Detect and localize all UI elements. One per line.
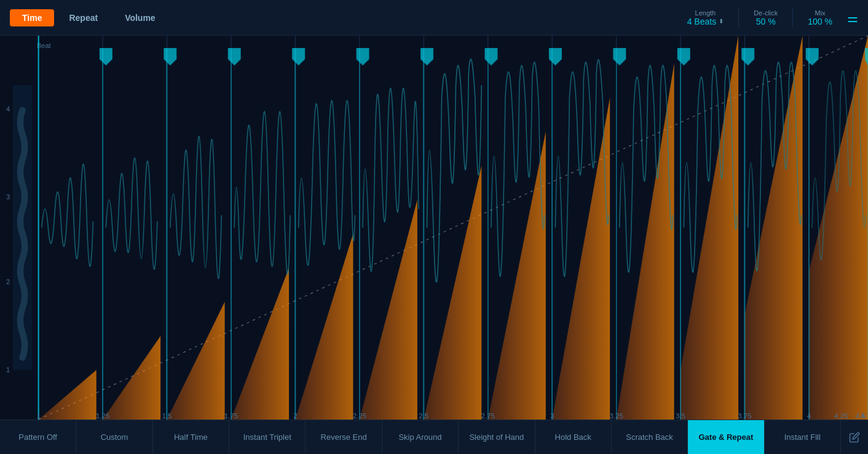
declick-control: De-click 50 % <box>754 9 778 26</box>
svg-marker-49 <box>292 48 305 65</box>
svg-marker-31 <box>167 302 225 420</box>
top-bar: Time Repeat Volume Length 4 Beats ⬍ De-c… <box>0 0 868 36</box>
top-bar-controls: Length 4 Beats ⬍ De-click 50 % Mix 100 %… <box>687 9 858 27</box>
svg-marker-37 <box>552 98 610 420</box>
svg-text:4: 4 <box>807 412 811 420</box>
length-label: Length <box>695 9 716 17</box>
svg-marker-40 <box>744 36 802 420</box>
edit-icon-btn[interactable] <box>841 420 868 454</box>
instant-fill-btn[interactable]: Instant Fill <box>765 420 841 454</box>
length-control: Length 4 Beats ⬍ <box>687 9 724 26</box>
svg-marker-38 <box>617 63 674 420</box>
svg-marker-51 <box>357 48 369 65</box>
svg-marker-53 <box>420 48 433 65</box>
svg-marker-34 <box>360 200 417 420</box>
mini-waveform-left <box>13 86 32 370</box>
hold-back-btn[interactable]: Hold Back <box>535 420 612 454</box>
tab-time[interactable]: Time <box>10 9 54 26</box>
tab-volume[interactable]: Volume <box>112 9 168 26</box>
svg-text:1.5: 1.5 <box>162 412 172 420</box>
svg-marker-30 <box>103 336 160 420</box>
declick-label: De-click <box>754 9 778 17</box>
svg-rect-0 <box>39 36 97 420</box>
sleight-of-hand-btn[interactable]: Sleight of Hand <box>459 420 535 454</box>
svg-text:1.75: 1.75 <box>224 412 238 420</box>
svg-text:1: 1 <box>36 412 40 420</box>
svg-marker-65 <box>806 48 819 65</box>
svg-marker-45 <box>164 48 176 65</box>
pattern-off-btn[interactable]: Pattern Off <box>0 420 76 454</box>
svg-text:3.25: 3.25 <box>609 412 623 420</box>
svg-text:4.25: 4.25 <box>834 412 848 420</box>
divider-1 <box>738 9 739 27</box>
divider-2 <box>792 9 793 27</box>
svg-marker-32 <box>231 268 289 420</box>
svg-text:3.5: 3.5 <box>676 412 685 420</box>
svg-text:2.25: 2.25 <box>353 412 366 420</box>
tab-repeat[interactable]: Repeat <box>57 9 110 26</box>
svg-marker-59 <box>613 48 626 65</box>
svg-marker-29 <box>39 370 97 420</box>
svg-marker-47 <box>228 48 241 65</box>
svg-text:4.75: 4.75 <box>861 412 868 420</box>
tab-group: Time Repeat Volume <box>10 9 168 26</box>
custom-btn[interactable]: Custom <box>76 420 152 454</box>
svg-marker-43 <box>100 48 112 65</box>
mix-control: Mix 100 % <box>808 9 832 26</box>
reverse-end-btn[interactable]: Reverse End <box>306 420 382 454</box>
scratch-back-btn[interactable]: Scratch Back <box>612 420 688 454</box>
svg-marker-41 <box>809 36 868 420</box>
mix-label: Mix <box>815 9 826 17</box>
svg-text:2.75: 2.75 <box>481 412 495 420</box>
mix-value[interactable]: 100 % <box>808 17 832 26</box>
svg-marker-61 <box>677 48 690 65</box>
svg-text:3: 3 <box>550 412 554 420</box>
svg-marker-57 <box>549 48 562 65</box>
svg-marker-33 <box>295 234 353 420</box>
skip-around-btn[interactable]: Skip Around <box>382 420 459 454</box>
svg-text:3.75: 3.75 <box>738 412 751 420</box>
waveform-svg: 1 1.25 1.5 1.75 2 2.25 2.5 2.75 3 3.25 3… <box>0 36 868 420</box>
instant-triplet-btn[interactable]: Instant Triplet <box>229 420 306 454</box>
declick-value[interactable]: 50 % <box>756 17 776 26</box>
length-arrow-icon: ⬍ <box>719 18 724 25</box>
svg-text:2: 2 <box>293 412 297 420</box>
bottom-bar: Pattern Off Custom Half Time Instant Tri… <box>0 420 868 454</box>
svg-marker-63 <box>741 48 754 65</box>
half-time-btn[interactable]: Half Time <box>153 420 229 454</box>
svg-marker-39 <box>681 36 738 420</box>
main-area: Beat 1 2 3 4 <box>0 36 868 420</box>
mix-sliders-icon[interactable]: ⚌ <box>847 10 858 25</box>
length-value[interactable]: 4 Beats ⬍ <box>687 17 724 26</box>
gate-repeat-btn[interactable]: Gate & Repeat <box>688 420 764 454</box>
svg-marker-55 <box>485 48 498 65</box>
svg-text:1.25: 1.25 <box>96 412 109 420</box>
app-container: Time Repeat Volume Length 4 Beats ⬍ De-c… <box>0 0 868 454</box>
edit-icon <box>849 432 860 443</box>
svg-text:2.5: 2.5 <box>419 412 428 420</box>
